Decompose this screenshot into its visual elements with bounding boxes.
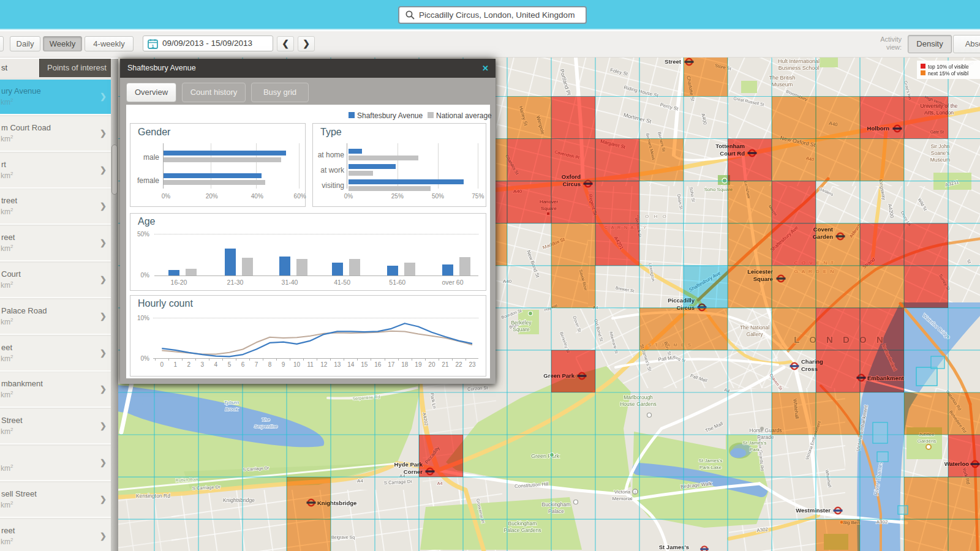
svg-text:Soane's: Soane's <box>931 150 949 156</box>
svg-text:1: 1 <box>151 43 154 49</box>
svg-text:Hult International: Hult International <box>778 58 820 64</box>
svg-text:Museum: Museum <box>930 157 951 163</box>
svg-text:A4: A4 <box>437 481 443 485</box>
svg-text:Brook: Brook <box>225 407 239 412</box>
svg-text:The British: The British <box>769 75 795 81</box>
svg-text:Knightsbridge: Knightsbridge <box>223 497 255 503</box>
svg-text:top 10% of visible: top 10% of visible <box>928 64 969 70</box>
svg-text:St James's: St James's <box>699 458 723 463</box>
svg-text:A302: A302 <box>876 519 888 525</box>
svg-text:Green Park: Green Park <box>531 453 560 459</box>
svg-text:The National: The National <box>740 324 769 331</box>
svg-text:House Gardens: House Gardens <box>620 401 657 407</box>
svg-text:St James's: St James's <box>743 440 767 446</box>
svg-text:Memorial: Memorial <box>612 496 633 501</box>
svg-text:next 15% of visibl: next 15% of visibl <box>928 70 968 77</box>
svg-text:Tyburn: Tyburn <box>224 400 239 405</box>
svg-text:Business School: Business School <box>778 65 820 71</box>
svg-text:S O H O: S O H O <box>636 214 668 219</box>
svg-text:Belgrave Sq: Belgrave Sq <box>331 535 355 540</box>
svg-text:Cross: Cross <box>801 365 818 372</box>
svg-text:Buckingham: Buckingham <box>508 520 537 527</box>
svg-text:St James's: St James's <box>659 544 689 550</box>
svg-text:Sir John: Sir John <box>930 143 949 149</box>
svg-text:Park: Park <box>750 447 760 452</box>
svg-text:Street: Street <box>665 58 682 65</box>
svg-text:Victoria: Victoria <box>614 489 631 495</box>
svg-text:Museum: Museum <box>772 81 793 88</box>
svg-text:Berkeley: Berkeley <box>511 320 532 326</box>
svg-text:Marlborough: Marlborough <box>624 394 653 400</box>
svg-text:A4: A4 <box>357 478 363 484</box>
svg-text:Gardens: Gardens <box>918 438 937 444</box>
svg-text:Square: Square <box>513 326 530 332</box>
svg-text:Westminster: Westminster <box>796 507 831 514</box>
svg-text:The: The <box>262 417 270 422</box>
svg-text:Gallery: Gallery <box>747 331 764 337</box>
svg-text:Kensington Rd: Kensington Rd <box>136 493 170 499</box>
svg-text:Park Lake: Park Lake <box>699 465 722 470</box>
svg-text:Serpentine: Serpentine <box>254 424 278 429</box>
svg-text:Palace Gardens: Palace Gardens <box>504 527 541 533</box>
svg-text:Palace: Palace <box>548 508 564 514</box>
svg-text:Buckingham: Buckingham <box>542 501 571 508</box>
